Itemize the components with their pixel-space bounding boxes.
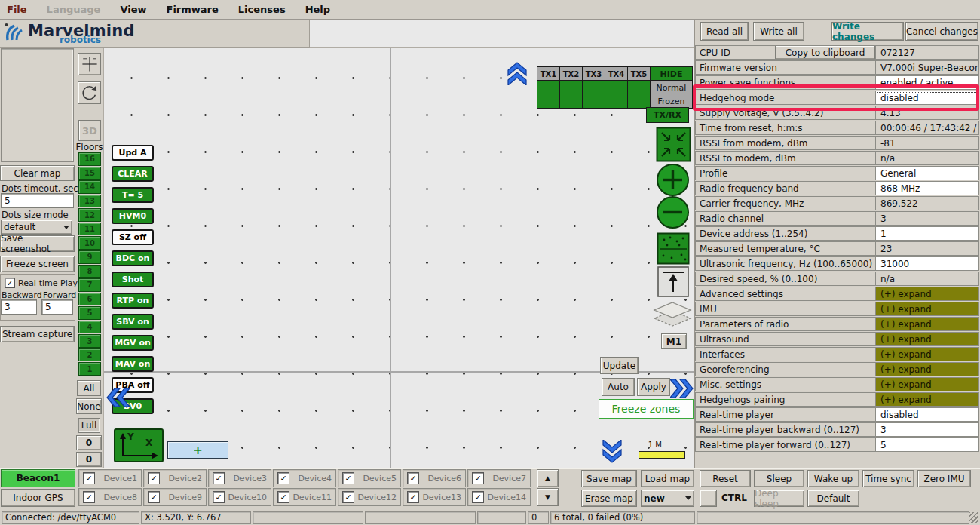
tx-cell[interactable] [537,80,560,95]
default-button[interactable]: Default [807,490,859,507]
write-all-button[interactable]: Write all [753,22,804,41]
time-sync-button[interactable]: Time sync [862,470,914,487]
clear-map-button[interactable]: Clear map [0,165,75,181]
pan-down-icon[interactable] [599,440,625,464]
tx-normal-label[interactable]: Normal [650,80,693,95]
m1-button[interactable]: M1 [661,333,687,349]
menu-licenses[interactable]: Licenses [228,4,296,15]
floor-button[interactable]: 10 [78,236,101,250]
resize-grip[interactable] [969,512,978,523]
freeze-screen-button[interactable]: Freeze screen [0,256,75,272]
device-checkbox[interactable]: ✓ [148,491,160,503]
floor-button[interactable]: 15 [78,167,101,180]
layers-button[interactable] [652,300,694,336]
cancel-changes-button[interactable]: Cancel changes [905,22,978,41]
floor-button[interactable]: 12 [78,208,101,222]
pan-left-icon[interactable] [106,386,130,409]
expand-button[interactable]: (+) expand [875,287,979,301]
device-cell[interactable]: ✓Device7 [467,469,531,487]
reset-button[interactable]: Reset [700,470,751,487]
device-checkbox[interactable]: ✓ [83,472,95,484]
device-cell[interactable]: ✓Device8 [78,488,142,506]
param-value[interactable]: 4.13 [875,106,979,120]
tx-column-header[interactable]: TX4 [605,66,628,81]
device-checkbox[interactable]: ✓ [407,472,419,484]
device-checkbox[interactable]: ✓ [277,491,289,503]
floor-button[interactable]: 5 [78,306,101,320]
wake-up-button[interactable]: Wake up [807,470,859,487]
floor-button[interactable]: 6 [78,293,101,306]
param-value[interactable]: 3 [875,422,979,437]
device-checkbox[interactable]: ✓ [213,491,225,503]
floor-button[interactable]: 16 [78,152,101,166]
device-cell[interactable]: ✓Device1 [78,469,142,487]
sz-off-button[interactable]: SZ off [112,229,154,245]
param-value[interactable]: n/a [875,272,979,286]
device-cell[interactable]: ✓Device14 [467,488,531,506]
param-value[interactable]: V7.000i Super-Beacon-2 [875,60,979,75]
tx-hide-button[interactable]: HIDE [650,66,693,81]
device-cell[interactable]: ✓Device4 [273,469,336,487]
sbv-on-button[interactable]: SBV on [112,314,154,330]
param-value[interactable]: disabled [875,91,979,105]
device-cell[interactable]: ✓Device6 [403,469,466,487]
device-cell[interactable]: ✓Device10 [208,488,271,506]
add-submap-button[interactable]: + [167,441,228,459]
bdc-on-button[interactable]: BDC on [112,250,154,266]
realtime-player-checkbox[interactable]: ✓ [5,278,15,288]
indoor-gps-tab[interactable]: Indoor GPS [1,489,75,507]
device-checkbox[interactable]: ✓ [342,472,354,484]
device-scroll-up-button[interactable]: ▲ [537,469,559,487]
floor-button[interactable]: 7 [78,278,101,292]
device-cell[interactable]: ✓Device3 [208,469,271,487]
floor-button[interactable]: 11 [78,223,101,236]
tx-frozen-label[interactable]: Frozen [650,94,693,109]
device-checkbox[interactable]: ✓ [472,472,484,484]
device-cell[interactable]: ✓Device9 [143,488,207,506]
floors-none-button[interactable]: None [76,398,102,414]
zero-imu-button[interactable]: Zero IMU [917,470,971,487]
tx-txrx-button[interactable]: TX/RX [646,107,689,123]
tx-cell[interactable] [582,94,605,109]
hvm0-button[interactable]: HVM0 [112,208,154,224]
load-map-button[interactable]: Load map [641,470,694,487]
zoom-in-button[interactable] [655,163,691,200]
tx-cell[interactable] [627,80,651,95]
copy-to-clipboard-button[interactable]: Copy to clipboard [775,45,875,60]
floors-all-button[interactable]: All [77,380,101,396]
forward-input[interactable]: 5 [41,299,73,315]
auto-button[interactable]: Auto [602,378,635,396]
param-value[interactable]: 00:00:46 / 17:43:42 / 0 [875,121,979,135]
device-checkbox[interactable]: ✓ [213,472,225,484]
device-cell[interactable]: ✓Device12 [338,488,401,506]
device-scroll-down-button[interactable]: ▼ [537,488,559,506]
floor-button[interactable]: 8 [78,265,101,278]
tx-cell[interactable] [627,94,651,109]
device-checkbox[interactable]: ✓ [342,491,354,503]
expand-button[interactable]: (+) expand [875,362,979,376]
menu-help[interactable]: Help [296,4,340,15]
param-value[interactable]: 1 [875,226,979,241]
xy-view-button[interactable] [78,53,101,75]
device-cell[interactable]: ✓Device5 [338,469,401,487]
zoom-out-button[interactable] [655,195,691,232]
device-cell[interactable]: ✓Device11 [273,488,336,506]
device-checkbox[interactable]: ✓ [148,472,160,484]
param-value[interactable]: 5 [875,438,979,452]
shot-button[interactable]: Shot [112,272,154,287]
floor-button[interactable]: 13 [78,195,101,208]
menu-view[interactable]: View [110,4,156,15]
rotate-view-button[interactable] [78,81,101,104]
param-value[interactable]: 869.522 [875,196,979,210]
clear-button[interactable]: CLEAR [112,166,154,182]
device-checkbox[interactable]: ✓ [407,491,419,503]
expand-button[interactable]: (+) expand [875,347,979,361]
dots-size-select[interactable]: default [1,220,72,235]
freeze-zones-button[interactable]: Freeze zones [599,399,694,419]
dots-timeout-input[interactable]: 5 [1,193,74,208]
expand-button[interactable]: (+) expand [875,317,979,331]
expand-button[interactable]: (+) expand [875,377,979,391]
floor-button[interactable]: 9 [78,250,101,264]
beacon-tab[interactable]: Beacon1 [1,469,75,487]
mav-on-button[interactable]: MAV on [112,356,154,372]
